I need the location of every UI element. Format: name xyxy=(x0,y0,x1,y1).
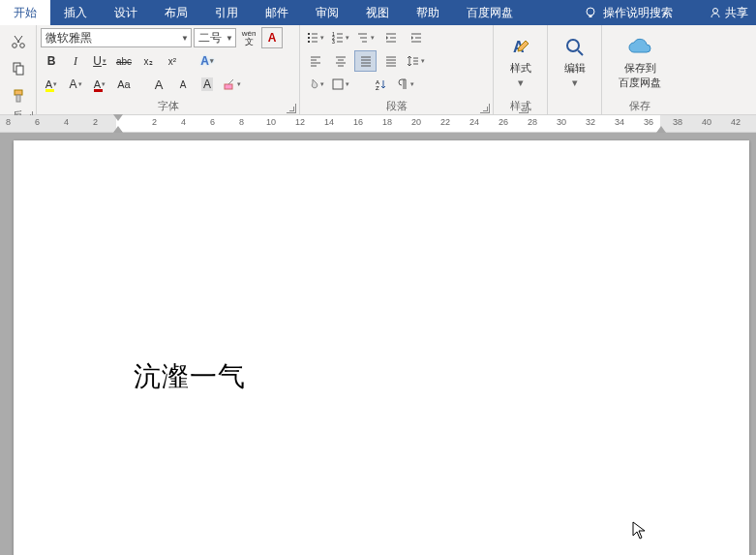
tab-references[interactable]: 引用 xyxy=(201,0,252,25)
cut-button[interactable] xyxy=(8,31,29,52)
underline-button[interactable]: U▾ xyxy=(89,50,110,72)
ribbon-tabs: 开始 插入 设计 布局 引用 邮件 审阅 视图 帮助 百度网盘 操作说明搜索 共… xyxy=(0,0,756,25)
svg-rect-6 xyxy=(16,66,23,75)
font-size-value: 二号 xyxy=(198,30,222,46)
document-text[interactable]: 沆瀣一气 xyxy=(134,358,246,395)
change-case-button[interactable]: A xyxy=(197,74,218,95)
font-group-label: 字体 xyxy=(37,99,299,114)
share-button[interactable]: 共享 xyxy=(702,5,756,21)
save-baidu-button[interactable]: 保存到 百度网盘 xyxy=(609,25,671,99)
svg-point-2 xyxy=(713,9,718,14)
paragraph-launcher[interactable] xyxy=(480,104,490,113)
copy-button[interactable] xyxy=(8,58,29,79)
clipboard-panel: 反 xyxy=(0,25,37,114)
tab-layout[interactable]: 布局 xyxy=(151,0,201,25)
cloud-icon xyxy=(626,35,653,60)
superscript-button[interactable]: x² xyxy=(162,50,183,72)
tab-review[interactable]: 审阅 xyxy=(302,0,352,25)
font-panel: 微软雅黑▼ 二号▼ wén文 A B I U▾ abc x₂ x² A▾ A▾ … xyxy=(37,25,300,114)
char-border-button[interactable]: A xyxy=(261,27,283,48)
bullets-button[interactable]: ▾ xyxy=(304,27,326,48)
save-group-label: 保存 xyxy=(629,99,650,114)
phonetic-guide-button[interactable]: wén文 xyxy=(238,27,259,48)
first-line-indent-marker[interactable] xyxy=(113,114,123,121)
align-left-button[interactable] xyxy=(304,50,326,72)
styles-launcher[interactable] xyxy=(519,104,529,113)
grow-font-button[interactable]: A xyxy=(148,74,169,95)
ruler-margin-left xyxy=(0,115,116,132)
font-name-combo[interactable]: 微软雅黑▼ xyxy=(41,28,192,47)
font-launcher[interactable] xyxy=(287,104,296,113)
subscript-button[interactable]: x₂ xyxy=(137,50,159,72)
format-painter-button[interactable] xyxy=(8,85,29,107)
ruler-mark: 26 xyxy=(499,117,508,127)
ruler-mark: 14 xyxy=(324,117,334,127)
strikethrough-button[interactable]: abc xyxy=(113,50,135,72)
svg-rect-9 xyxy=(225,84,232,89)
multilevel-list-button[interactable]: ▾ xyxy=(354,27,377,48)
align-distribute-button[interactable] xyxy=(379,50,402,72)
ruler-mark: 42 xyxy=(731,117,741,127)
italic-button[interactable]: I xyxy=(65,50,86,72)
numbering-button[interactable]: 123▾ xyxy=(329,27,351,48)
ruler-mark: 36 xyxy=(644,117,653,127)
tab-baidu[interactable]: 百度网盘 xyxy=(453,0,527,25)
svg-point-3 xyxy=(12,44,16,48)
tab-view[interactable]: 视图 xyxy=(352,0,403,25)
ruler-mark: 6 xyxy=(35,117,40,127)
ruler-mark: 4 xyxy=(64,117,69,127)
text-effects-button[interactable]: A▾ xyxy=(197,50,218,72)
ruler-mark: 6 xyxy=(210,117,215,127)
tab-mailings[interactable]: 邮件 xyxy=(252,0,302,25)
ruler-mark: 2 xyxy=(152,117,157,127)
bold-button[interactable]: B xyxy=(41,50,62,72)
ruler-mark: 22 xyxy=(440,117,450,127)
ruler-mark: 12 xyxy=(295,117,305,127)
editing-button[interactable]: 编辑 ▾ xyxy=(553,25,597,99)
shading-button[interactable]: ▾ xyxy=(304,74,326,95)
borders-button[interactable]: ▾ xyxy=(329,74,351,95)
right-indent-marker[interactable] xyxy=(656,126,666,133)
page[interactable]: 沆瀣一气 xyxy=(14,140,749,555)
ruler-mark: 4 xyxy=(181,117,186,127)
char-shading-button[interactable]: A▾ xyxy=(65,74,86,95)
text-highlight-button[interactable]: A▾ xyxy=(41,74,62,95)
ruler-mark: 18 xyxy=(382,117,392,127)
chevron-down-icon: ▾ xyxy=(518,77,524,89)
save-label-1: 保存到 xyxy=(624,62,656,75)
svg-point-12 xyxy=(308,41,310,43)
align-center-button[interactable] xyxy=(329,50,351,72)
sort-button[interactable]: AZ xyxy=(369,74,391,95)
svg-text:3: 3 xyxy=(332,39,335,45)
clear-formatting-button[interactable]: ▾ xyxy=(221,74,242,95)
svg-point-0 xyxy=(587,8,594,15)
increase-indent-button[interactable] xyxy=(405,27,427,48)
line-spacing-button[interactable]: ▾ xyxy=(405,50,427,72)
enclose-char-button[interactable]: Aa xyxy=(113,74,135,95)
svg-point-10 xyxy=(308,33,310,35)
ruler-mark: 38 xyxy=(673,117,682,127)
shrink-font-button[interactable]: A xyxy=(172,74,194,95)
svg-rect-1 xyxy=(590,15,592,17)
tab-help[interactable]: 帮助 xyxy=(403,0,453,25)
show-marks-button[interactable]: ▾ xyxy=(394,74,416,95)
ruler-mark: 32 xyxy=(586,117,595,127)
ruler-mark: 10 xyxy=(266,117,276,127)
tell-me-search[interactable]: 操作说明搜索 xyxy=(603,5,673,21)
horizontal-ruler[interactable]: 8642246810121416182022242628303234363840… xyxy=(0,115,756,133)
editing-panel: 编辑 ▾ xyxy=(548,25,602,114)
decrease-indent-button[interactable] xyxy=(379,27,402,48)
editing-button-label: 编辑 xyxy=(564,62,586,75)
svg-text:Z: Z xyxy=(376,85,379,91)
align-justify-button[interactable] xyxy=(354,50,377,72)
search-icon xyxy=(562,35,588,60)
ribbon: 反 微软雅黑▼ 二号▼ wén文 A B I U▾ abc x₂ x² A▾ A… xyxy=(0,25,756,115)
font-size-combo[interactable]: 二号▼ xyxy=(194,28,236,47)
tab-insert[interactable]: 插入 xyxy=(50,0,101,25)
tab-design[interactable]: 设计 xyxy=(101,0,151,25)
font-color-button[interactable]: A▾ xyxy=(89,74,110,95)
ruler-mark: 20 xyxy=(411,117,421,127)
tab-home[interactable]: 开始 xyxy=(0,0,50,25)
paragraph-group-label: 段落 xyxy=(300,99,493,114)
styles-button[interactable]: A 样式 ▾ xyxy=(499,25,543,99)
